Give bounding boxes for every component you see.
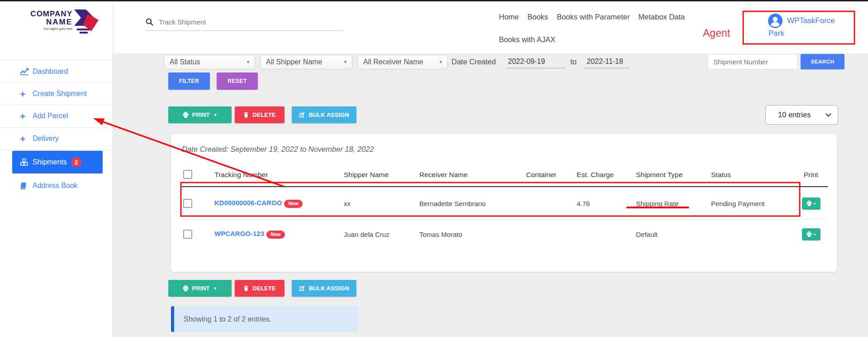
col-header-tracking-number: Tracking Number xyxy=(214,171,344,186)
shipment-number-input[interactable] xyxy=(708,54,797,69)
date-from-input[interactable] xyxy=(506,55,565,68)
main-nav-row2: Books with AJAX xyxy=(499,35,555,44)
filter-button[interactable]: FILTER xyxy=(168,72,210,90)
tracking-number-link[interactable]: KD00000006-CARGO xyxy=(214,199,282,207)
col-header-container: Container xyxy=(526,171,577,186)
user-avatar-icon[interactable] xyxy=(768,13,783,29)
sidebar-divider xyxy=(0,150,113,150)
status-filter-value: All Status xyxy=(170,58,200,66)
caret-down-icon: ▼ xyxy=(813,202,816,205)
filter-button-label: FILTER xyxy=(179,78,199,84)
cubes-icon xyxy=(20,158,33,166)
date-to-input[interactable] xyxy=(584,55,629,68)
reset-button[interactable]: RESET xyxy=(217,72,258,90)
row-print-button[interactable]: ▼ xyxy=(802,228,821,241)
nav-item-metabox-data[interactable]: Metabox Data xyxy=(638,13,685,21)
print-button-label: PRINT xyxy=(192,285,210,292)
bulk-assign-button-top[interactable]: BULK ASSIGN xyxy=(292,106,356,123)
search-button[interactable]: SEARCH xyxy=(801,54,844,69)
receiver-filter-value: All Receiver Name xyxy=(363,58,423,66)
col-header-shipper-name: Shipper Name xyxy=(344,171,419,186)
sidebar-item-dashboard[interactable]: Dashboard xyxy=(0,61,113,82)
sidebar-item-delivery[interactable]: + Delivery xyxy=(0,128,113,149)
nav-item-home[interactable]: Home xyxy=(499,13,519,21)
plus-icon: + xyxy=(20,89,33,99)
printer-icon xyxy=(806,231,812,237)
sidebar-item-label: Address Book xyxy=(33,182,78,190)
entries-summary-alert: Showing 1 to 2 of 2 entries. xyxy=(171,306,358,332)
nav-item-books-with-parameter[interactable]: Books with Parameter xyxy=(557,13,630,21)
row-print-button[interactable]: ▼ xyxy=(802,197,821,210)
col-header-print: Print xyxy=(802,171,828,186)
col-header-shipment-type: Shipment Type xyxy=(636,171,711,186)
cell-est-charge: 4.76 xyxy=(577,200,636,207)
plus-icon: + xyxy=(20,111,33,121)
bulk-assign-button-bottom[interactable]: BULK ASSIGN xyxy=(292,280,356,297)
entries-select-value: 10 entries xyxy=(778,111,811,119)
sidebar-item-create-shipment[interactable]: + Create Shipment xyxy=(0,83,113,105)
cell-shipper: xx xyxy=(344,200,419,207)
sidebar-item-address-book[interactable]: Address Book xyxy=(0,175,113,197)
table-date-range-caption: Date Created: September 19, 2022 to Nove… xyxy=(182,145,374,154)
search-input[interactable] xyxy=(158,18,344,26)
search-button-label: SEARCH xyxy=(811,59,835,64)
app-canvas: COMPANY NAME Your tagline goes here Dash… xyxy=(0,0,868,337)
printer-icon xyxy=(806,201,812,206)
chevron-down-icon xyxy=(825,111,831,117)
agent-label: Agent xyxy=(703,27,730,39)
cell-shipment-type: Default xyxy=(636,231,711,238)
chart-line-icon xyxy=(20,68,33,75)
tracking-number-link[interactable]: WPCARGO-123 xyxy=(214,230,264,237)
caret-down-icon: ▼ xyxy=(213,113,218,117)
select-all-checkbox[interactable] xyxy=(183,170,192,179)
shipments-count-badge: 2 xyxy=(71,157,81,167)
trash-icon xyxy=(243,112,249,118)
nav-item-books[interactable]: Books xyxy=(527,13,548,21)
print-button-bottom[interactable]: PRINT ▼ xyxy=(168,280,232,297)
date-created-label: Date Created xyxy=(451,58,496,66)
bulk-assign-button-label: BULK ASSIGN xyxy=(308,111,349,118)
shipper-filter-select[interactable]: All Shipper Name ▼ xyxy=(260,55,352,69)
main-nav-row1: Home Books Books with Parameter Metabox … xyxy=(499,13,685,21)
cell-status: Pending Payment xyxy=(711,200,802,207)
table-header-row: Tracking Number Shipper Name Receiver Na… xyxy=(182,162,828,187)
entries-summary-text: Showing 1 to 2 of 2 entries. xyxy=(184,315,271,323)
plus-icon: + xyxy=(20,134,33,144)
printer-icon xyxy=(183,285,189,291)
cell-shipper: Juan dela Cruz xyxy=(344,231,419,238)
shipper-filter-value: All Shipper Name xyxy=(266,58,323,66)
edit-icon xyxy=(299,285,305,291)
status-filter-select[interactable]: All Status ▼ xyxy=(164,55,255,69)
sidebar-item-label: Dashboard xyxy=(33,67,68,76)
track-shipment-search[interactable] xyxy=(146,14,344,31)
delete-button-label: DELETE xyxy=(252,285,275,292)
sidebar-item-shipments[interactable]: Shipments 2 xyxy=(12,151,103,173)
entries-per-page-select[interactable]: 10 entries xyxy=(765,105,838,125)
delete-button-top[interactable]: DELETE xyxy=(235,106,285,123)
new-badge: New xyxy=(266,231,285,239)
user-name-line2[interactable]: Park xyxy=(768,29,784,38)
edit-icon xyxy=(299,112,305,118)
logo-line2: NAME xyxy=(17,18,72,26)
receiver-filter-select[interactable]: All Receiver Name ▼ xyxy=(357,55,448,69)
new-badge: New xyxy=(284,200,303,208)
sidebar-item-label: Shipments xyxy=(33,158,67,166)
cell-receiver: Tomas Morato xyxy=(419,231,526,238)
sidebar-item-add-parcel[interactable]: + Add Parcel xyxy=(0,105,113,127)
cell-receiver: Bernadette Sembrano xyxy=(419,200,526,207)
caret-down-icon: ▼ xyxy=(246,60,250,64)
col-header-est-charge: Est. Charge xyxy=(577,171,636,186)
row-checkbox[interactable] xyxy=(183,230,192,239)
date-to-label: to xyxy=(570,58,577,66)
print-button-top[interactable]: PRINT ▼ xyxy=(168,106,232,123)
user-name[interactable]: WPTaskForce xyxy=(787,16,835,25)
logo-tagline: Your tagline goes here xyxy=(17,28,72,31)
nav-item-books-with-ajax[interactable]: Books with AJAX xyxy=(499,35,555,44)
book-icon xyxy=(20,182,33,190)
logo-line1: COMPANY xyxy=(17,10,72,18)
col-header-receiver-name: Receiver Name xyxy=(419,171,526,186)
col-header-status: Status xyxy=(711,171,802,186)
cell-shipment-type: Shipping Rate xyxy=(636,200,711,207)
row-checkbox[interactable] xyxy=(183,199,192,208)
delete-button-bottom[interactable]: DELETE xyxy=(235,280,285,297)
